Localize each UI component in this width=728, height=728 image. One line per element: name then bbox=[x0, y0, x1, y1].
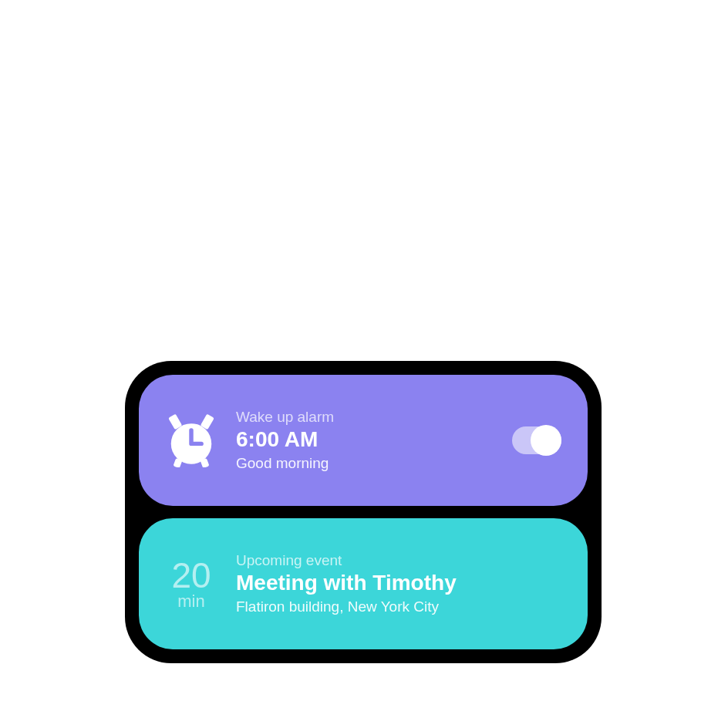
alarm-card[interactable]: Wake up alarm 6:00 AM Good morning bbox=[139, 375, 588, 506]
alarm-message: Good morning bbox=[236, 455, 334, 472]
event-location: Flatiron building, New York City bbox=[236, 598, 457, 615]
event-title: Meeting with Timothy bbox=[236, 571, 457, 595]
event-label: Upcoming event bbox=[236, 552, 457, 569]
alarm-text: Wake up alarm 6:00 AM Good morning bbox=[236, 409, 334, 472]
toggle-knob bbox=[531, 425, 561, 456]
alarm-time: 6:00 AM bbox=[236, 427, 334, 452]
event-countdown: 20 min bbox=[160, 558, 222, 610]
countdown-value: 20 bbox=[171, 558, 211, 593]
alarm-label: Wake up alarm bbox=[236, 409, 334, 426]
alarm-clock-icon bbox=[160, 413, 222, 467]
event-card[interactable]: 20 min Upcoming event Meeting with Timot… bbox=[139, 518, 588, 649]
device-frame: Wake up alarm 6:00 AM Good morning 20 mi… bbox=[125, 361, 602, 663]
alarm-toggle[interactable] bbox=[512, 426, 561, 454]
event-text: Upcoming event Meeting with Timothy Flat… bbox=[236, 552, 457, 615]
countdown-unit: min bbox=[177, 593, 204, 610]
